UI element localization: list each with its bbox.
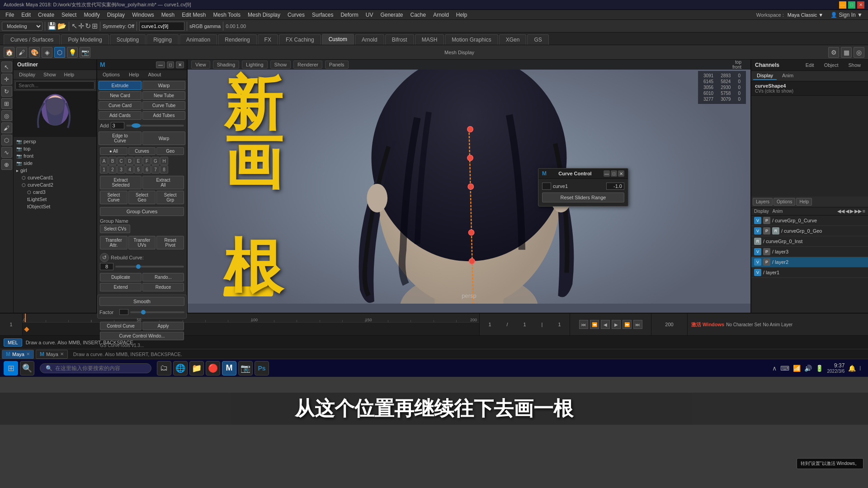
light-icon[interactable]: 💡 [67, 47, 78, 58]
tab-mash[interactable]: MASH [415, 34, 444, 45]
select-tool-icon[interactable]: ↖ [71, 22, 77, 30]
alpha-btn-e[interactable]: E [134, 157, 142, 165]
mode-select[interactable]: Modeling [2, 22, 42, 31]
extract-all-button[interactable]: ExtractAll [142, 176, 184, 189]
viewport-tab-shading[interactable]: Shading [213, 61, 239, 69]
layer-nav-options[interactable]: ≡ [863, 208, 865, 214]
layer-nav-next2[interactable]: ▶▶ [854, 208, 862, 214]
curve-card-button[interactable]: Curve Card [99, 101, 142, 110]
select-curve-button[interactable]: SelectCurve [100, 191, 127, 204]
alpha-btn-g[interactable]: G [151, 157, 160, 165]
taskview-button[interactable]: 🗂 [157, 361, 171, 375]
edge-button[interactable]: 🌐 [173, 361, 188, 375]
menu-create[interactable]: Create [34, 11, 58, 19]
paint-button[interactable]: 🖌 [1, 122, 12, 133]
home-icon[interactable]: 🏠 [4, 47, 14, 58]
chevron-icon[interactable]: ∧ [772, 365, 777, 372]
curve-button[interactable]: ∿ [1, 147, 12, 158]
layer-row-layer2[interactable]: V P / layer2 [751, 257, 868, 267]
select-geo-button[interactable]: Geo [156, 147, 184, 155]
cvs-label[interactable]: CVs (click to show) [755, 89, 864, 94]
outliner-item-girl[interactable]: ▸ girl [14, 167, 95, 174]
apply-button[interactable]: Apply [142, 322, 184, 330]
camera-icon[interactable]: 📷 [80, 47, 90, 58]
reset-pivot-button[interactable]: ResetPivot [156, 236, 184, 249]
show-desktop-btn[interactable]: | [859, 366, 861, 371]
outliner-item-objectset[interactable]: tObjectSet [25, 203, 95, 210]
menu-mesh-display[interactable]: Mesh Display [244, 11, 284, 19]
battery-icon[interactable]: 🔋 [816, 365, 823, 372]
mesh-icon[interactable]: ⬡ [54, 47, 65, 58]
edge-to-curve-button[interactable]: Edge toCurve [99, 131, 142, 145]
select-geo2-button[interactable]: SelectGeo [128, 191, 156, 204]
explorer-button[interactable]: 📁 [189, 361, 204, 375]
alpha-btn-1[interactable]: 1 [100, 165, 108, 174]
outliner-search-input[interactable] [15, 81, 94, 89]
viewport-tab-panels[interactable]: Panels [325, 61, 349, 69]
menu-display[interactable]: Display [104, 11, 128, 19]
layer-row-layer1[interactable]: V / layer1 [751, 267, 868, 278]
outliner-tab-display[interactable]: Display [15, 71, 39, 78]
warp-button[interactable]: Warp [142, 81, 185, 90]
maya-taskbar-button[interactable]: M [222, 361, 236, 375]
select-curves-button[interactable]: Curves [128, 147, 156, 155]
media-button[interactable]: 🔴 [206, 361, 220, 375]
btab-maya2[interactable]: M Maya ✕ [36, 350, 68, 359]
alpha-btn-c[interactable]: C [117, 157, 125, 165]
duplicate-button[interactable]: Duplicate [100, 273, 142, 282]
alpha-btn-4[interactable]: 4 [126, 165, 134, 174]
maximize-button[interactable]: □ [848, 1, 855, 9]
help-tab-btn[interactable]: Help [796, 198, 812, 206]
sign-in-button[interactable]: 👤 Sign In ▼ [827, 11, 866, 19]
outliner-item-curvecard2[interactable]: ⬡ curveCard2 [20, 181, 95, 188]
cc-minimize[interactable]: — [604, 170, 610, 177]
network-icon[interactable]: 📶 [793, 365, 801, 372]
tab-xgen[interactable]: XGen [499, 34, 527, 45]
xgen-close[interactable]: ✕ [176, 61, 184, 68]
tl-play[interactable]: ▶ [612, 320, 621, 329]
rotate-tool-button[interactable]: ↻ [1, 86, 12, 97]
channels-tab-display[interactable]: Display [753, 72, 777, 80]
tab-poly-modeling[interactable]: Poly Modeling [61, 34, 108, 45]
minimize-button[interactable]: — [839, 1, 846, 9]
layers-tab-btn[interactable]: Layers [753, 198, 773, 206]
menu-deform[interactable]: Deform [337, 11, 362, 19]
extract-selected-button[interactable]: ExtractSelected [100, 176, 142, 189]
outliner-item-front[interactable]: 📷 front [14, 152, 95, 160]
viewport-tab-renderer[interactable]: Renderer [293, 61, 322, 69]
select-all-button[interactable]: ● All [100, 147, 127, 155]
move-tool-icon[interactable]: ✛ [78, 22, 84, 30]
rebuild-curve-icon[interactable]: ↺ [100, 253, 109, 262]
tab-rigging[interactable]: Rigging [146, 34, 179, 45]
add-tubes-button[interactable]: Add Tubes [142, 111, 185, 120]
rotate-tool-icon[interactable]: ↻ [85, 22, 91, 30]
btab-maya1[interactable]: M Maya ✕ [2, 350, 34, 359]
tab-sculpting[interactable]: Sculpting [110, 34, 146, 45]
menu-uv[interactable]: UV [362, 11, 377, 19]
transfer-uvs-button[interactable]: TransferUVs [128, 236, 156, 249]
viewport-tab-lighting[interactable]: Lighting [242, 61, 268, 69]
xgen-menu-about[interactable]: About [145, 71, 165, 78]
snap-button[interactable]: ⊕ [1, 159, 12, 170]
menu-mesh[interactable]: Mesh [158, 11, 178, 19]
curve-name-input[interactable] [139, 22, 184, 31]
paint-icon[interactable]: 🎨 [29, 47, 40, 58]
brush-icon[interactable]: 🖌 [16, 47, 27, 58]
cc-reset-button[interactable]: Reset Sliders Range [542, 192, 624, 202]
menu-surfaces[interactable]: Surfaces [308, 11, 337, 19]
menu-select[interactable]: Select [58, 11, 80, 19]
btab-maya1-close[interactable]: ✕ [26, 352, 30, 357]
mel-label[interactable]: MEL [4, 338, 22, 347]
xgen-menu-help[interactable]: Help [125, 71, 143, 78]
tab-curves-surfaces[interactable]: Curves / Surfaces [4, 34, 60, 45]
select-grp-button[interactable]: SelectGrp [156, 191, 184, 204]
transfer-attr-button[interactable]: TransferAttr. [100, 236, 127, 249]
outliner-tab-help[interactable]: Help [61, 71, 78, 78]
tab-fx[interactable]: FX [258, 34, 278, 45]
cc-close[interactable]: ✕ [618, 170, 624, 177]
menu-help[interactable]: Help [453, 11, 471, 19]
menu-edit-mesh[interactable]: Edit Mesh [178, 11, 209, 19]
xgen-menu-options[interactable]: Options [99, 71, 123, 78]
alpha-btn-2[interactable]: 2 [108, 165, 117, 174]
photo-button[interactable]: 📷 [238, 361, 253, 375]
